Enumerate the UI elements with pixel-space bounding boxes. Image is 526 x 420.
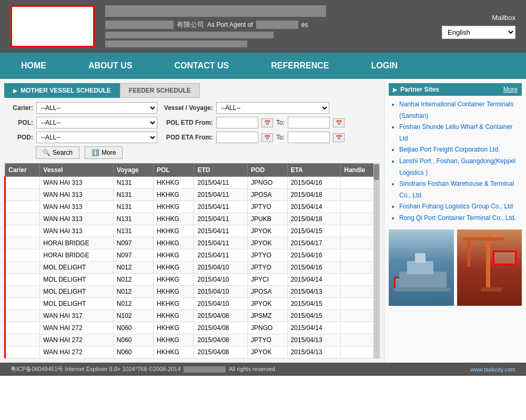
tab-mother-vessel[interactable]: ▶ MOTHER VESSEL SCHEDULE [4, 83, 120, 98]
vertical-scrollbar[interactable] [373, 163, 380, 358]
table-row[interactable]: WAN HAI 313N131HKHKG2015/04/11JPYOK2015/… [5, 225, 380, 237]
cell-pod: JPOSA [248, 189, 288, 201]
nav-home[interactable]: HOME [0, 53, 67, 79]
cell-eta: 2015/04/14 [287, 322, 341, 334]
cell-pod: JPYOK [248, 225, 288, 237]
cell-voyage: N131 [113, 213, 153, 225]
cell-eta: 2015/04/16 [287, 177, 341, 189]
table-row[interactable]: MOL DELIGHTN012HKHKG2015/04/10JPYCI2015/… [5, 274, 380, 286]
table-row[interactable]: MOL DELIGHTN012HKHKG2015/04/10JPOSA2015/… [5, 286, 380, 298]
nav-reference[interactable]: REFERRENCE [250, 53, 350, 79]
carier-label: Carier: [4, 104, 33, 112]
cell-carier [5, 310, 40, 322]
vessel-voyage-select[interactable]: --ALL-- [216, 102, 329, 114]
table-row[interactable]: WAN HAI 313N131HKHKG2015/04/11JPTYO2015/… [5, 201, 380, 213]
cell-carier [5, 274, 40, 286]
cell-carier [5, 322, 40, 334]
pod-eta-to-cal-btn[interactable]: 📅 [333, 133, 345, 142]
partner-sites-title-group: ▶ Partner Sites [393, 86, 439, 93]
table-row[interactable]: WAN HAI 313N131HKHKG2015/04/11JPOSA2015/… [5, 189, 380, 201]
nav-login[interactable]: LOGIN [350, 53, 419, 79]
pod-eta-from[interactable] [216, 132, 258, 143]
cell-etd: 2015/04/11 [194, 237, 248, 249]
search-button[interactable]: 🔍 Search [36, 146, 79, 159]
partner-list-item[interactable]: Foshan Fohang Logistics Group Co., Ltd [399, 201, 522, 213]
cell-eta: 2015/04/18 [287, 213, 341, 225]
pod-eta-to[interactable] [288, 132, 330, 143]
crane-image [457, 229, 522, 306]
table-row[interactable]: WAN HAI 317N102HKHKG2015/04/08JPSMZ2015/… [5, 310, 380, 322]
schedule-tabs: ▶ MOTHER VESSEL SCHEDULE FEEDER SCHEDULE [4, 83, 380, 98]
tab-feeder[interactable]: FEEDER SCHEDULE [120, 83, 200, 98]
cell-pol: HKHKG [154, 177, 194, 189]
cell-carier [5, 201, 40, 213]
cell-carier [5, 213, 40, 225]
cell-eta: 2015/04/13 [287, 286, 341, 298]
language-select[interactable]: English 中文 [442, 26, 515, 39]
cell-vessel: WAN HAI 272 [40, 346, 114, 358]
tab-feeder-label: FEEDER SCHEDULE [129, 87, 191, 94]
pod-eta-cal-btn[interactable]: 📅 [261, 133, 273, 142]
cell-vessel: WAN HAI 313 [40, 201, 114, 213]
col-voyage: Voyage [113, 164, 153, 177]
pol-etd-to[interactable] [288, 117, 330, 128]
cell-voyage: N060 [113, 334, 153, 346]
table-row[interactable]: WAN HAI 272N060HKHKG2015/04/08JPTYO2015/… [5, 334, 380, 346]
header-sub-bar1 [105, 21, 174, 29]
cell-voyage: N060 [113, 346, 153, 358]
partner-list-item[interactable]: Lanshi Port , Foshan, Guangdong(Keppel L… [399, 156, 522, 178]
main-nav: HOME ABOUT US CONTACT US REFERRENCE LOGI… [0, 53, 526, 79]
cell-vessel: WAN HAI 313 [40, 225, 114, 237]
partner-list-item[interactable]: Rong Qi Port Container Terminal Co., Ltd… [399, 213, 522, 224]
cell-etd: 2015/04/08 [194, 310, 248, 322]
cell-eta: 2015/04/15 [287, 298, 341, 310]
carier-select[interactable]: --ALL-- [36, 102, 157, 114]
cell-etd: 2015/04/11 [194, 225, 248, 237]
table-row[interactable]: WAN HAI 272N060HKHKG2015/04/08JPNGO2015/… [5, 322, 380, 334]
partner-list-item[interactable]: Foshan Shunde Leliu Wharf & Container Lt… [399, 122, 522, 144]
cell-voyage: N131 [113, 225, 153, 237]
cell-voyage: N012 [113, 286, 153, 298]
table-row[interactable]: HORAI BRIDGEN097HKHKG2015/04/11JPTYO2015… [5, 249, 380, 262]
cell-pol: HKHKG [154, 346, 194, 358]
agent-bar [256, 21, 298, 29]
pol-select[interactable]: --ALL-- [36, 117, 157, 128]
partner-list-item[interactable]: Beijiao Port Freight Corporation Ltd. [399, 144, 522, 156]
pod-label: POD: [4, 134, 33, 141]
pod-select[interactable]: --ALL-- [36, 132, 157, 143]
svg-rect-4 [486, 235, 490, 287]
cell-vessel: MOL DELIGHT [40, 286, 114, 298]
pol-etd-cal-btn[interactable]: 📅 [261, 118, 273, 127]
cell-vessel: HORAI BRIDGE [40, 249, 114, 262]
pol-etd-to-cal-btn[interactable]: 📅 [333, 118, 345, 127]
cell-voyage: N060 [113, 322, 153, 334]
more-button[interactable]: ℹ️ More [85, 146, 123, 159]
search-icon: 🔍 [43, 149, 50, 156]
cell-pod: JPTYO [248, 249, 288, 262]
es-text: es [301, 21, 308, 28]
company-chinese: 有限公司 [177, 20, 204, 29]
mailbox-link[interactable]: Mailbox [492, 14, 515, 22]
table-row[interactable]: WAN HAI 313N131HKHKG2015/04/11JPNGO2015/… [5, 177, 380, 189]
table-row[interactable]: MOL DELIGHTN012HKHKG2015/04/10JPYOK2015/… [5, 298, 380, 310]
partner-list-item[interactable]: Sinotrans Foshan Warehouse & Terminal Co… [399, 178, 522, 201]
cell-carier [5, 346, 40, 358]
table-row[interactable]: MOL DELIGHTN012HKHKG2015/04/10JPTYO2015/… [5, 262, 380, 274]
nav-contact[interactable]: CONTACT US [154, 53, 250, 79]
pol-etd-from[interactable] [216, 117, 258, 128]
table-row[interactable]: WAN HAI 313N131HKHKG2015/04/11JPUKB2015/… [5, 213, 380, 225]
cell-carier [5, 177, 40, 189]
partner-sites-header: ▶ Partner Sites More [389, 83, 522, 96]
table-row[interactable]: HORAI BRIDGEN097HKHKG2015/04/11JPYOK2015… [5, 237, 380, 249]
partner-list-item[interactable]: Nanhai International Container Terminals… [399, 99, 522, 122]
cell-etd: 2015/04/11 [194, 249, 248, 262]
action-buttons: 🔍 Search ℹ️ More [4, 146, 380, 159]
cell-pol: HKHKG [154, 213, 194, 225]
vessel-voyage-label: Vessel / Voyage: [160, 104, 213, 112]
partner-sites-more[interactable]: More [503, 86, 518, 93]
col-eta: ETA [287, 164, 341, 177]
cell-voyage: N102 [113, 310, 153, 322]
nav-about[interactable]: ABOUT US [67, 53, 154, 79]
table-row[interactable]: WAN HAI 272N060HKHKG2015/04/08JPYOK2015/… [5, 346, 380, 358]
cell-vessel: MOL DELIGHT [40, 274, 114, 286]
